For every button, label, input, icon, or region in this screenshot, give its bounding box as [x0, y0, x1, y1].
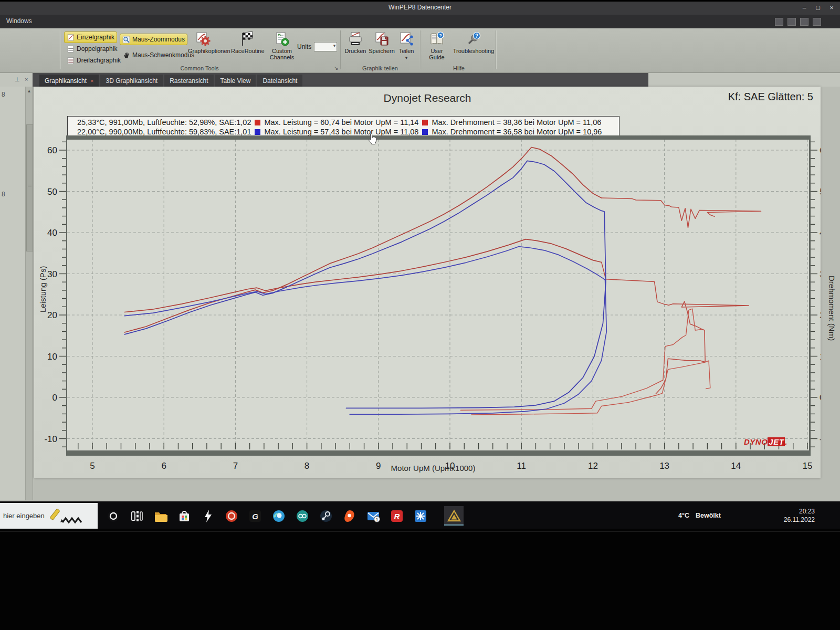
maus-schwenkmodus-button[interactable]: Maus-Schwenkmodus [120, 49, 197, 61]
winpep-taskbar-icon[interactable] [444, 506, 464, 526]
mail-icon[interactable]: 1 [366, 509, 380, 523]
speichern-button[interactable]: Speichern [369, 32, 395, 54]
cortana-icon[interactable] [106, 509, 120, 523]
teilen-label: Teilen [399, 48, 414, 54]
quick-access-icon-2[interactable] [788, 18, 796, 26]
file-list-sidebar: 8 8 ▲ [0, 87, 33, 500]
scrollbar-up-icon[interactable]: ▲ [26, 88, 33, 95]
custom-channels-icon [275, 32, 289, 46]
plot-frame-right [809, 135, 811, 456]
graphikoptionen-label: Graphikoptionen [188, 48, 230, 54]
ghub-icon[interactable]: G [248, 509, 262, 523]
units-control: Units [297, 42, 337, 51]
user-guide-button[interactable]: ? User Guide [423, 32, 450, 60]
triple-graph-icon [67, 57, 75, 65]
sidebar-scrollbar[interactable]: ▲ [25, 87, 33, 500]
window-title: WinPEP8 Datencenter [0, 4, 840, 11]
store-icon[interactable] [177, 509, 191, 523]
svg-text:?: ? [439, 33, 442, 38]
maus-zoommodus-button[interactable]: Maus-Zoommodus [120, 34, 187, 45]
red-ring-icon[interactable] [224, 509, 238, 523]
y-left-tick-label: 60 [47, 145, 57, 155]
einzelgraphik-label: Einzelgraphik [77, 34, 114, 41]
y-left-tick-label: 40 [47, 228, 57, 238]
tab-label: Rasteransicht [170, 77, 208, 85]
svg-text:?: ? [475, 33, 478, 39]
graph-options-icon [196, 32, 211, 46]
tab-table-view[interactable]: Table View [215, 75, 256, 87]
y-left-tick-label: 20 [47, 310, 57, 320]
minimize-button[interactable]: – [798, 3, 811, 13]
pin-pane-icon[interactable]: ⊥ [15, 76, 20, 83]
task-view-icon[interactable] [130, 509, 144, 523]
taskbar-search-input[interactable]: hier eingeben [3, 512, 45, 520]
maus-zoommodus-label: Maus-Zoommodus [132, 36, 185, 43]
units-dropdown[interactable] [314, 42, 337, 51]
y-axis-right-title: Drehmoment (Nm) [827, 276, 836, 341]
tab-close-icon[interactable]: × [90, 78, 93, 84]
weather-temp[interactable]: 4°C [678, 512, 689, 519]
tab-label: Dateiansicht [262, 77, 297, 85]
teal-eyes-icon[interactable] [295, 509, 309, 523]
edge-icon[interactable] [271, 509, 286, 523]
teilen-button[interactable]: Teilen ▾ [396, 32, 417, 61]
menubar: Windows [0, 15, 840, 28]
ribbon: Einzelgraphik Doppelgraphik Dreifachgrap… [0, 28, 840, 73]
file-explorer-icon[interactable] [153, 509, 167, 523]
tab-graphikansicht[interactable]: Graphikansicht× [39, 75, 99, 87]
quick-access-icon-3[interactable] [800, 18, 808, 26]
quick-access-icon-4[interactable] [813, 18, 821, 26]
quick-access-icon-1[interactable] [775, 18, 783, 26]
save-icon [374, 32, 389, 46]
snowflake-icon[interactable] [413, 509, 427, 523]
taskbar-clock[interactable]: 20:23 26.11.2022 [784, 507, 815, 524]
tab-3d-graphikansicht[interactable]: 3D Graphikansicht [100, 75, 163, 87]
scrollbar-grip [28, 184, 32, 186]
close-pane-icon[interactable]: × [25, 76, 28, 82]
dreifachgraphik-button[interactable]: Dreifachgraphik [64, 55, 123, 66]
y-left-tick-label: 30 [47, 269, 57, 279]
bolt-icon[interactable] [201, 509, 215, 523]
avira-icon[interactable]: R [390, 509, 404, 523]
weather-desc[interactable]: Bewölkt [696, 512, 721, 519]
chart-panel: Dynojet Research Kf: SAE Glätten: 5 25,3… [34, 87, 821, 478]
plot-frame-left [66, 135, 67, 456]
raceroutine-button[interactable]: RaceRoutine [231, 32, 261, 54]
drucken-button[interactable]: Drucken [343, 32, 368, 54]
maximize-button[interactable]: ▢ [812, 3, 824, 13]
troubleshooting-button[interactable]: ? Troubleshooting [453, 32, 495, 54]
dialog-launcher-icon[interactable]: ↘ [334, 65, 338, 71]
close-button[interactable]: × [825, 3, 838, 13]
einzelgraphik-button[interactable]: Einzelgraphik [64, 32, 117, 43]
scrollbar-thumb[interactable] [26, 124, 33, 251]
y-left-tick-label: 10 [47, 352, 57, 362]
tab-dateiansicht[interactable]: Dateiansicht [257, 75, 302, 87]
dyno-plot[interactable]: 56789101112131415-10-1000101020203030404… [34, 87, 821, 478]
origin-icon[interactable] [342, 509, 356, 523]
sidebar-item: 8 [2, 191, 5, 198]
ribbon-separator [60, 30, 60, 69]
y-right-tick-label: 50 [820, 187, 821, 197]
custom-channels-button[interactable]: Custom Channels [267, 32, 297, 60]
graphikoptionen-button[interactable]: Graphikoptionen [188, 32, 218, 54]
tab-strip: Graphikansicht×3D GraphikansichtRasteran… [33, 73, 648, 87]
drucken-label: Drucken [345, 48, 366, 54]
plot-background[interactable] [67, 139, 809, 450]
ribbon-separator [496, 30, 496, 69]
teilen-dropdown-arrow[interactable]: ▾ [405, 55, 408, 60]
tab-rasteransicht[interactable]: Rasteransicht [164, 75, 213, 87]
double-graph-icon [67, 45, 75, 53]
y-right-tick-label: 0 [820, 393, 821, 403]
group-label-hilfe: Hilfe [422, 65, 496, 71]
maus-schwenkmodus-label: Maus-Schwenkmodus [132, 51, 194, 59]
svg-text:G: G [252, 512, 258, 521]
x-axis-title: Motor UpM (Upmx1000) [34, 464, 832, 472]
menu-windows[interactable]: Windows [6, 17, 32, 25]
doppelgraphik-button[interactable]: Doppelgraphik [64, 43, 120, 55]
dreifachgraphik-label: Dreifachgraphik [77, 57, 121, 64]
y-right-tick-label: 10 [820, 352, 821, 362]
user-guide-icon: ? [429, 32, 444, 46]
steam-icon[interactable] [319, 509, 333, 523]
y-left-tick-label: -10 [44, 434, 57, 444]
taskbar-search-box[interactable]: hier eingeben [0, 503, 98, 529]
